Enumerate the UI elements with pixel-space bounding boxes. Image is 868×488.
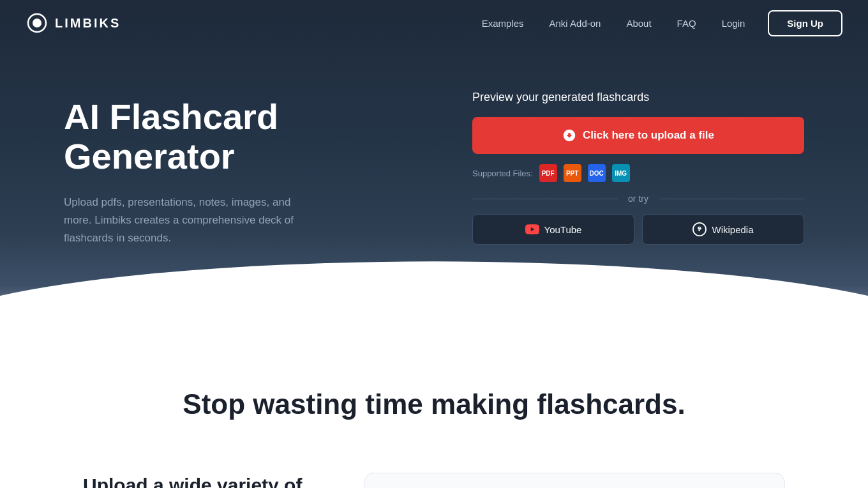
wikipedia-button[interactable]: Wikipedia bbox=[642, 214, 804, 245]
svg-point-1 bbox=[33, 19, 41, 27]
hero-title-line1: AI Flashcard bbox=[64, 97, 332, 137]
supported-files: Supported Files: PDF PPT DOC IMG bbox=[472, 164, 804, 182]
file-icon-pdf: PDF bbox=[539, 164, 557, 182]
nav-item-about[interactable]: About bbox=[616, 13, 661, 34]
divider-right bbox=[659, 199, 804, 199]
upload-variety-title: Upload a wide variety of files bbox=[83, 473, 326, 488]
file-icon-doc: DOC bbox=[588, 164, 606, 182]
logo-link[interactable]: LIMBIKS bbox=[26, 11, 121, 34]
preview-title: Preview your generated flashcards bbox=[472, 91, 804, 104]
card-preview-area: 🎯 👆 bbox=[364, 473, 785, 488]
nav-item-anki[interactable]: Anki Add-on bbox=[539, 13, 611, 34]
bottom-headline: Stop wasting time making flashcards. bbox=[26, 388, 842, 422]
hero-section: AI Flashcard Generator Upload pdfs, pres… bbox=[0, 0, 868, 337]
supported-label: Supported Files: bbox=[472, 169, 533, 178]
divider-left bbox=[472, 199, 618, 199]
hero-right: Preview your generated flashcards Click … bbox=[472, 84, 804, 245]
bottom-content: Upload a wide variety of files 🎯 👆 bbox=[83, 473, 785, 488]
upload-icon bbox=[562, 128, 576, 142]
wikipedia-label: Wikipedia bbox=[712, 224, 753, 235]
nav-item-faq[interactable]: FAQ bbox=[667, 13, 707, 34]
logo-text: LIMBIKS bbox=[55, 16, 121, 31]
bottom-left: Upload a wide variety of files bbox=[83, 473, 326, 488]
hero-title-line2: Generator bbox=[64, 137, 332, 176]
card-preview: 🎯 👆 bbox=[364, 473, 784, 488]
nav-links: Examples Anki Add-on About FAQ Login Sig… bbox=[472, 10, 842, 36]
youtube-icon bbox=[525, 222, 539, 236]
upload-button[interactable]: Click here to upload a file bbox=[472, 117, 804, 154]
navigation: LIMBIKS Examples Anki Add-on About FAQ L… bbox=[0, 0, 868, 46]
or-try-text: or try bbox=[628, 194, 648, 204]
signup-button[interactable]: Sign Up bbox=[768, 10, 842, 36]
hero-left: AI Flashcard Generator Upload pdfs, pres… bbox=[64, 84, 332, 247]
file-icon-img: IMG bbox=[612, 164, 630, 182]
hero-subtitle: Upload pdfs, presentations, notes, image… bbox=[64, 194, 306, 247]
nav-item-examples[interactable]: Examples bbox=[472, 13, 534, 34]
bottom-section: Stop wasting time making flashcards. Upl… bbox=[0, 337, 868, 488]
file-icon-ppt: PPT bbox=[564, 164, 581, 182]
youtube-label: YouTube bbox=[544, 224, 582, 235]
wikipedia-icon bbox=[692, 222, 707, 236]
upload-button-label: Click here to upload a file bbox=[583, 129, 714, 142]
nav-item-login[interactable]: Login bbox=[712, 13, 756, 34]
hero-title: AI Flashcard Generator bbox=[64, 97, 332, 176]
or-try-divider: or try bbox=[472, 194, 804, 204]
try-buttons: YouTube Wikipedia bbox=[472, 214, 804, 245]
youtube-button[interactable]: YouTube bbox=[472, 214, 634, 245]
